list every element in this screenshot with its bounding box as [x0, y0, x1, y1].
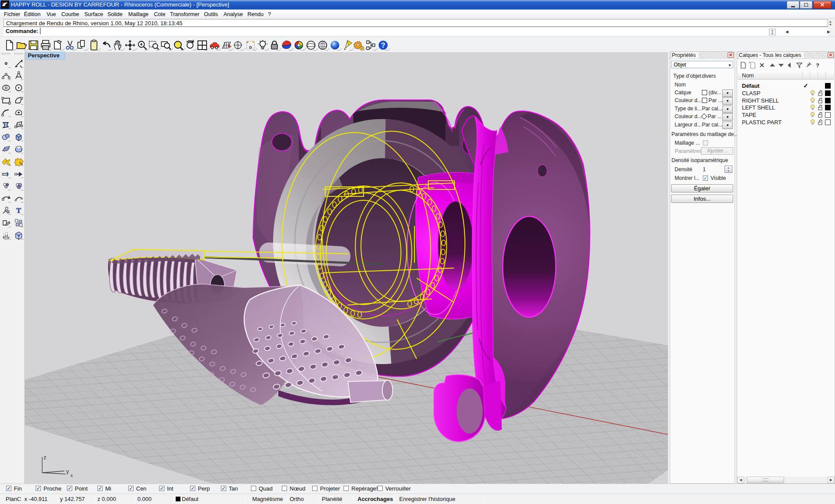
svg-text:z: z: [43, 454, 47, 461]
svg-text:?: ?: [816, 62, 819, 69]
svg-text:?: ?: [381, 42, 385, 49]
svg-text:x: x: [70, 473, 73, 478]
svg-text:y: y: [66, 468, 69, 474]
